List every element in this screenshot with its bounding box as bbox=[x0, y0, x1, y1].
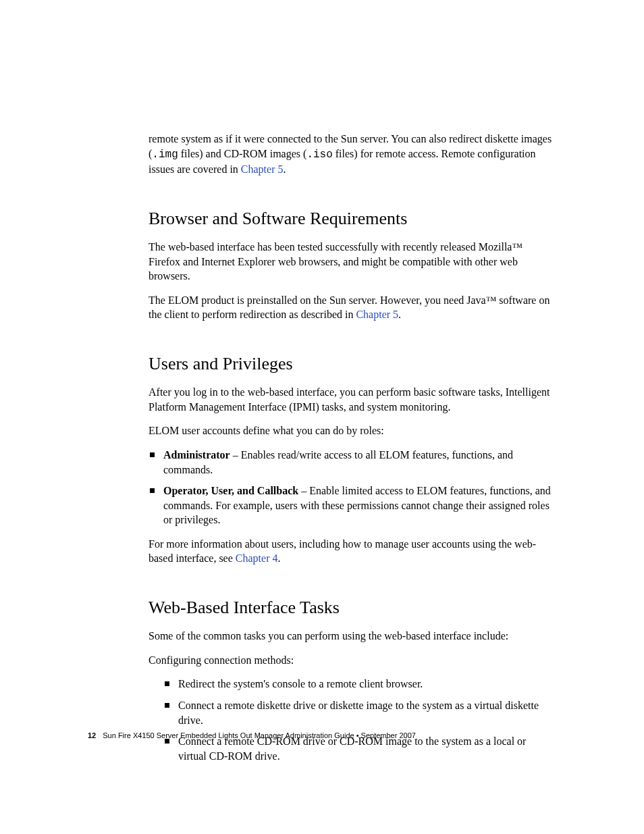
intro-paragraph: remote system as if it were connected to… bbox=[149, 132, 556, 177]
role-label: Operator, User, and Callback bbox=[163, 485, 298, 496]
section-heading: Web-Based Interface Tasks bbox=[149, 597, 556, 618]
paragraph: Some of the common tasks you can perform… bbox=[149, 629, 556, 644]
link-chapter-4[interactable]: Chapter 4 bbox=[236, 552, 278, 564]
paragraph: The web-based interface has been tested … bbox=[149, 240, 556, 284]
section-heading: Users and Privileges bbox=[149, 353, 556, 374]
paragraph: ELOM user accounts define what you can d… bbox=[149, 423, 556, 438]
browser-requirements-section: Browser and Software Requirements The we… bbox=[149, 208, 556, 322]
role-label: Administrator bbox=[163, 449, 230, 461]
code-img: .img bbox=[152, 149, 178, 161]
code-iso: .iso bbox=[306, 149, 332, 161]
paragraph: Configuring connection methods: bbox=[149, 653, 556, 668]
page-number: 12 bbox=[88, 731, 96, 739]
page-footer: 12Sun Fire X4150 Server Embedded Lights … bbox=[88, 731, 416, 739]
footer-text: Sun Fire X4150 Server Embedded Lights Ou… bbox=[103, 731, 416, 739]
text: For more information about users, includ… bbox=[149, 538, 536, 565]
tasks-list: Redirect the system's console to a remot… bbox=[149, 677, 556, 763]
link-chapter-5[interactable]: Chapter 5 bbox=[356, 309, 398, 320]
users-privileges-section: Users and Privileges After you log in to… bbox=[149, 353, 556, 566]
text: . bbox=[284, 163, 286, 175]
page-content: remote system as if it were connected to… bbox=[0, 0, 644, 763]
section-heading: Browser and Software Requirements bbox=[149, 208, 556, 229]
paragraph: After you log in to the web-based interf… bbox=[149, 385, 556, 414]
text: The ELOM product is preinstalled on the … bbox=[149, 294, 549, 321]
list-item: Operator, User, and Callback – Enable li… bbox=[149, 484, 556, 527]
text: . bbox=[277, 552, 280, 564]
text: files) and CD-ROM images ( bbox=[178, 148, 307, 159]
list-item: Administrator – Enables read/write acces… bbox=[149, 448, 556, 477]
text: . bbox=[398, 309, 401, 320]
intro-block: remote system as if it were connected to… bbox=[149, 132, 556, 177]
paragraph: For more information about users, includ… bbox=[149, 537, 556, 566]
list-item: Connect a remote diskette drive or diske… bbox=[163, 698, 556, 727]
link-chapter-5[interactable]: Chapter 5 bbox=[241, 163, 284, 175]
roles-list: Administrator – Enables read/write acces… bbox=[149, 448, 556, 527]
paragraph: The ELOM product is preinstalled on the … bbox=[149, 293, 556, 322]
list-item: Redirect the system's console to a remot… bbox=[163, 677, 556, 692]
